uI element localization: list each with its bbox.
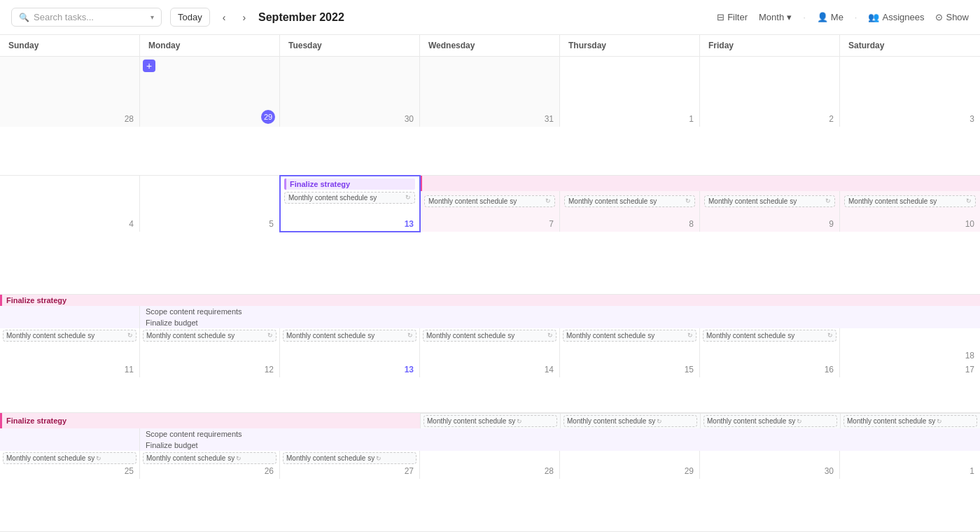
day-number-sep7: 7 xyxy=(549,219,554,229)
task-chip-week2-tue[interactable]: Monthly content schedule sy ↻ xyxy=(283,330,416,342)
day-cell-sep3[interactable]: 3 xyxy=(840,57,980,127)
dn-sep27: 27 xyxy=(405,466,414,476)
header-thursday: Thursday xyxy=(560,35,700,56)
refresh-icon-w3-tue: ↻ xyxy=(376,455,382,462)
day-cell-sep2[interactable]: 2 xyxy=(700,57,840,127)
prev-month-button[interactable]: ‹ xyxy=(218,9,230,26)
day-number-sep4: 4 xyxy=(129,219,134,229)
day-cell-aug29[interactable]: + 29 xyxy=(140,57,280,127)
task-chip-w3-fri[interactable]: Monthly content schedule sy ↻ xyxy=(704,415,837,427)
search-placeholder: Search tasks... xyxy=(34,12,94,22)
task-chip-sep8[interactable]: Monthly content schedule sy ↻ xyxy=(564,195,695,207)
task-chip-w3-tue-text: Monthly content schedule sy xyxy=(286,454,374,462)
person-icon: 👤 xyxy=(817,12,828,22)
refresh-icon-sep7: ↻ xyxy=(545,197,551,204)
finalize-strategy-bar-week2: Finalize strategy xyxy=(0,295,980,306)
search-box[interactable]: 🔍 Search tasks... ▾ xyxy=(11,8,162,27)
week3-chip-fri-cell[interactable]: Monthly content schedule sy ↻ xyxy=(700,414,840,428)
task-chip-w3-sun[interactable]: Monthly content schedule sy ↻ xyxy=(3,452,136,464)
day-cell-sep6[interactable]: Finalize strategy Monthly content schedu… xyxy=(280,176,420,232)
task-chip-sep6[interactable]: Monthly content schedule sy ↻ xyxy=(284,192,415,204)
month-view-button[interactable]: Month ▾ xyxy=(759,12,792,22)
header-tuesday: Tuesday xyxy=(280,35,420,56)
budget-empty-w3 xyxy=(0,440,140,451)
task-chip-week2-mon[interactable]: Monthly content schedule sy ↻ xyxy=(143,330,276,342)
dn-sep11: 11 xyxy=(0,363,140,377)
week3-sat-cell[interactable]: 1 xyxy=(840,451,980,479)
week3-wed-cell[interactable]: 28 xyxy=(420,451,560,479)
header-monday: Monday xyxy=(140,35,280,56)
task-chip-w3-thu[interactable]: Monthly content schedule sy ↻ xyxy=(564,415,697,427)
month-chevron-icon: ▾ xyxy=(787,12,792,22)
task-chip-w3-wed[interactable]: Monthly content schedule sy ↻ xyxy=(424,415,557,427)
me-label: Me xyxy=(831,12,844,22)
task-chip-sep10[interactable]: Monthly content schedule sy ↻ xyxy=(844,195,976,207)
refresh-icon-w2-mon: ↻ xyxy=(267,332,273,339)
budget-row-week2: Finalize budget xyxy=(0,317,980,328)
week3-chip-sat-cell[interactable]: Monthly content schedule sy ↻ xyxy=(840,414,980,428)
budget-text-week2: Finalize budget xyxy=(140,317,980,328)
filter-button[interactable]: ⊟ Filter xyxy=(717,12,748,22)
week3-mon-cell[interactable]: Monthly content schedule sy ↻ 26 xyxy=(140,451,280,479)
dn-sep28: 28 xyxy=(545,466,554,476)
week3-fri-cell[interactable]: 30 xyxy=(700,451,840,479)
refresh-icon-w2-wed: ↻ xyxy=(547,332,553,339)
day-cell-aug30[interactable]: 30 xyxy=(280,57,420,127)
task-chip-w3-tue[interactable]: Monthly content schedule sy ↻ xyxy=(283,452,416,464)
day-cell-sep4[interactable]: 4 xyxy=(0,176,140,232)
week-3: Finalize strategy Monthly content schedu… xyxy=(0,413,980,532)
header: 🔍 Search tasks... ▾ Today ‹ › September … xyxy=(0,0,980,35)
dn-sep12: 12 xyxy=(140,363,280,377)
week3-sun-cell[interactable]: Monthly content schedule sy ↻ 25 xyxy=(0,451,140,479)
dn-oct1: 1 xyxy=(969,466,974,476)
show-label: Show xyxy=(946,12,969,22)
refresh-icon-w3-mon: ↻ xyxy=(236,455,241,462)
task-chip-week2-thu[interactable]: Monthly content schedule sy ↻ xyxy=(563,330,696,342)
show-button[interactable]: ⊙ Show xyxy=(935,12,969,22)
assignees-button[interactable]: 👥 Assignees xyxy=(868,12,924,22)
day-number-sep8: 8 xyxy=(689,219,694,229)
refresh-icon-sep10: ↻ xyxy=(966,197,972,204)
task-chip-sep9[interactable]: Monthly content schedule sy ↻ xyxy=(704,195,835,207)
day-number-sep3: 3 xyxy=(969,114,974,124)
day-number-aug30: 30 xyxy=(405,114,414,124)
week2-cell-sun[interactable]: Monthly content schedule sy ↻ 18 xyxy=(0,328,140,363)
week3-thu-cell[interactable]: 29 xyxy=(560,451,700,479)
dn-sep25: 25 xyxy=(125,466,134,476)
refresh-icon-w3-fri: ↻ xyxy=(797,418,802,425)
scope-empty-w3 xyxy=(0,428,140,440)
task-chip-sep9-text: Monthly content schedule sy xyxy=(708,197,797,205)
day-cell-sep1[interactable]: 1 xyxy=(560,57,700,127)
refresh-icon-w3-sat: ↻ xyxy=(937,418,942,425)
week3-chip-thu-cell[interactable]: Monthly content schedule sy ↻ xyxy=(560,414,700,428)
week-2-task-row: Monthly content schedule sy ↻ 18 Monthly… xyxy=(0,328,980,363)
task-chip-sep7[interactable]: Monthly content schedule sy ↻ xyxy=(424,195,555,207)
month-label: Month xyxy=(759,12,784,22)
me-button[interactable]: 👤 Me xyxy=(817,12,844,22)
day-cell-aug28[interactable]: 28 xyxy=(0,57,140,127)
task-chip-week2-wed[interactable]: Monthly content schedule sy ↻ xyxy=(423,330,556,342)
refresh-icon-w3-sun: ↻ xyxy=(96,455,102,462)
month-title: September 2022 xyxy=(258,11,344,24)
day-cell-aug31[interactable]: 31 xyxy=(420,57,560,127)
next-month-button[interactable]: › xyxy=(238,9,250,26)
task-chip-sep10-text: Monthly content schedule sy xyxy=(848,197,937,205)
show-eye-icon: ⊙ xyxy=(935,12,943,22)
task-chip-week2-sun[interactable]: Monthly content schedule sy ↻ xyxy=(3,330,136,342)
task-chip-sep6-text: Monthly content schedule sy xyxy=(288,194,377,202)
task-chip-w3-mon[interactable]: Monthly content schedule sy ↻ xyxy=(143,452,276,464)
task-chip-week2-fri[interactable]: Monthly content schedule sy ↻ xyxy=(703,330,836,342)
week-1-cells: 4 5 Finalize strategy Monthly content sc… xyxy=(0,176,980,232)
task-chip-w3-sat[interactable]: Monthly content schedule sy ↻ xyxy=(844,415,977,427)
day-cell-sep5[interactable]: 5 xyxy=(140,176,280,232)
day-number-sep10: 10 xyxy=(965,219,974,229)
refresh-icon-w2-fri: ↻ xyxy=(827,332,833,339)
assignees-person-icon: 👥 xyxy=(868,12,879,22)
week-0-cells: 28 + 29 30 31 1 2 3 xyxy=(0,57,980,127)
week3-chip-wed-cell[interactable]: Monthly content schedule sy ↻ xyxy=(420,414,560,428)
week3-tue-cell[interactable]: Monthly content schedule sy ↻ 27 xyxy=(280,451,420,479)
add-button-aug29[interactable]: + xyxy=(143,59,155,72)
task-chip-week2-tue-text: Monthly content schedule sy xyxy=(286,332,374,340)
today-button[interactable]: Today xyxy=(170,8,210,27)
task-chip-w3-wed-text: Monthly content schedule sy xyxy=(427,417,515,425)
